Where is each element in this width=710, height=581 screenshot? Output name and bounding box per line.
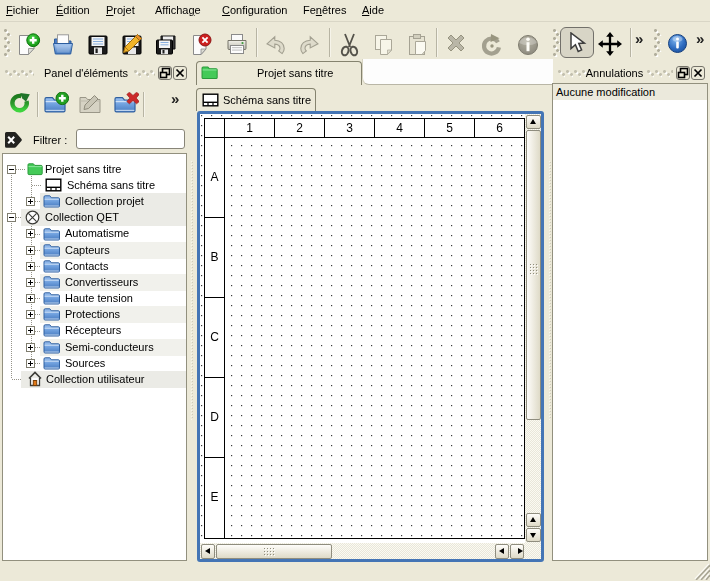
svg-text:2: 2 <box>296 121 303 135</box>
svg-text:D: D <box>210 410 219 424</box>
svg-text:B: B <box>210 250 218 264</box>
svg-text:C: C <box>210 330 219 344</box>
svg-text:4: 4 <box>396 121 403 135</box>
svg-text:E: E <box>210 490 218 504</box>
svg-text:3: 3 <box>346 121 353 135</box>
svg-text:6: 6 <box>496 121 503 135</box>
svg-text:1: 1 <box>246 121 253 135</box>
svg-text:5: 5 <box>446 121 453 135</box>
svg-text:A: A <box>210 170 218 184</box>
